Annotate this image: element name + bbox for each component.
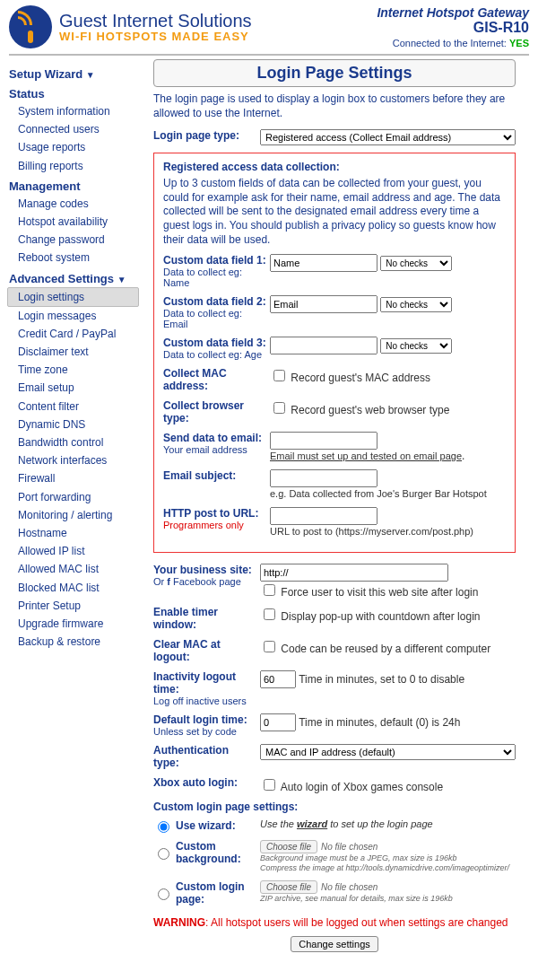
header-divider [9, 54, 529, 56]
logo-area: Guest Internet Solutions WI-FI HOTSPOTS … [9, 5, 252, 48]
send-email-hint[interactable]: Email must set up and tested on email pa… [270, 451, 462, 461]
custom-login-page-label: Custom login page: [176, 880, 256, 906]
custom-field1-input[interactable] [270, 254, 377, 272]
nav-credit-card-paypal[interactable]: Credit Card / PayPal [7, 325, 139, 343]
login-type-select[interactable]: Registered access (Collect Email address… [260, 129, 516, 145]
header: Guest Internet Solutions WI-FI HOTSPOTS … [0, 0, 538, 50]
auth-type-select[interactable]: MAC and IP address (default) [260, 744, 516, 760]
default-login-label: Default login time:Unless set by code [153, 713, 256, 737]
nav-email-setup[interactable]: Email setup [7, 379, 139, 397]
bg-file-state: No file chosen [321, 842, 377, 852]
nav-status-head[interactable]: Status [7, 83, 139, 102]
nav-printer-setup[interactable]: Printer Setup [7, 597, 139, 615]
http-post-label: HTTP post to URL:Programmers only [163, 507, 266, 530]
business-site-input[interactable] [260, 564, 448, 582]
auth-type-label: Authentication type: [153, 744, 256, 769]
nav-dynamic-dns[interactable]: Dynamic DNS [7, 416, 139, 433]
bg-note1: Background image must be a JPEG, max siz… [260, 853, 516, 863]
change-settings-button[interactable]: Change settings [291, 936, 378, 952]
warning-text: WARNING: All hotspot users will be logge… [153, 916, 516, 929]
nav-system-information[interactable]: System information [7, 102, 139, 120]
nav-disclaimer-text[interactable]: Disclaimer text [7, 343, 139, 361]
send-email-input[interactable] [270, 432, 377, 450]
registered-access-panel: Registered access data collection: Up to… [153, 153, 516, 553]
sidebar: Setup Wizard ▼ Status System information… [0, 59, 139, 654]
nav-hostname[interactable]: Hostname [7, 524, 139, 542]
registered-access-desc: Up to 3 custom fields of data can be col… [163, 177, 506, 247]
nav-port-forwarding[interactable]: Port forwarding [7, 488, 139, 506]
collect-mac-label: Collect MAC address: [163, 367, 266, 392]
inactivity-hint: Time in minutes, set to 0 to disable [299, 673, 464, 686]
connection-status-value: YES [509, 38, 529, 48]
nav-advanced-head[interactable]: Advanced Settings ▼ [7, 267, 139, 287]
brand-tagline: WI-FI HOTSPOTS MADE EASY [59, 31, 252, 43]
timer-window-checkbox[interactable] [264, 608, 275, 620]
email-subject-hint: e.g. Data collected from Joe's Burger Ba… [270, 488, 487, 499]
chevron-down-icon: ▼ [86, 70, 95, 80]
registered-access-title: Registered access data collection: [163, 161, 506, 173]
custom-background-label: Custom background: [176, 840, 256, 865]
inactivity-input[interactable] [260, 670, 296, 688]
nav-content-filter[interactable]: Content filter [7, 398, 139, 416]
nav-backup-restore[interactable]: Backup & restore [7, 633, 139, 651]
collect-mac-checkbox[interactable] [273, 370, 285, 381]
page-intro: The login page is used to display a logi… [153, 92, 516, 120]
nav-bandwidth-control[interactable]: Bandwidth control [7, 433, 139, 451]
nav-network-interfaces[interactable]: Network interfaces [7, 451, 139, 469]
timer-window-label: Enable timer window: [153, 606, 256, 631]
nav-monitoring-alerting[interactable]: Monitoring / alerting [7, 506, 139, 524]
custom-field1-check-select[interactable]: No checks [380, 256, 452, 271]
nav-billing-reports[interactable]: Billing reports [7, 157, 139, 175]
nav-login-messages[interactable]: Login messages [7, 307, 139, 325]
nav-hotspot-availability[interactable]: Hotspot availability [7, 213, 139, 231]
custom-field2-check-select[interactable]: No checks [380, 297, 452, 312]
nav-allowed-ip-list[interactable]: Allowed IP list [7, 542, 139, 560]
clear-mac-label: Clear MAC at logout: [153, 638, 256, 663]
nav-blocked-mac-list[interactable]: Blocked MAC list [7, 579, 139, 597]
nav-connected-users[interactable]: Connected users [7, 120, 139, 138]
custom-background-radio[interactable] [158, 848, 169, 860]
nav-usage-reports[interactable]: Usage reports [7, 138, 139, 156]
nav-manage-codes[interactable]: Manage codes [7, 195, 139, 213]
xbox-label: Xbox auto login: [153, 776, 256, 789]
product-model: GIS-R10 [377, 20, 529, 36]
cl-note: ZIP archive, see manual for details, max… [260, 894, 516, 904]
clear-mac-checkbox[interactable] [264, 641, 275, 652]
brand-logo-icon [9, 5, 52, 48]
xbox-checkbox[interactable] [264, 779, 275, 791]
timer-window-hint: Display pop-up with countdown after logi… [281, 610, 480, 623]
bg-note2: Compress the image at http://tools.dynam… [260, 863, 516, 873]
use-wizard-radio[interactable] [158, 821, 169, 833]
nav-setup-wizard[interactable]: Setup Wizard ▼ [7, 63, 139, 83]
collect-browser-label: Collect browser type: [163, 399, 266, 424]
custom-field2-input[interactable] [270, 295, 377, 313]
nav-upgrade-firmware[interactable]: Upgrade firmware [7, 615, 139, 633]
nav-time-zone[interactable]: Time zone [7, 361, 139, 379]
nav-firewall[interactable]: Firewall [7, 469, 139, 487]
nav-change-password[interactable]: Change password [7, 231, 139, 249]
http-post-input[interactable] [270, 507, 377, 525]
custom-field3-check-select[interactable]: No checks [380, 338, 452, 354]
custom-login-section-title: Custom login page settings: [153, 801, 516, 813]
nav-reboot-system[interactable]: Reboot system [7, 249, 139, 267]
force-visit-checkbox[interactable] [264, 584, 275, 596]
chevron-down-icon: ▼ [117, 275, 126, 284]
custom-field3-label: Custom data field 3:Data to collect eg: … [163, 337, 266, 360]
cl-file-state: No file chosen [321, 882, 377, 892]
custom-field1-label: Custom data field 1:Data to collect eg: … [163, 254, 266, 288]
email-subject-input[interactable] [270, 469, 377, 487]
nav-login-settings[interactable]: Login settings [7, 287, 139, 307]
custom-login-page-radio[interactable] [158, 888, 169, 900]
custom-field3-input[interactable] [270, 337, 377, 354]
bg-choose-file-button[interactable]: Choose file [260, 840, 317, 853]
nav-allowed-mac-list[interactable]: Allowed MAC list [7, 560, 139, 578]
collect-browser-checkbox[interactable] [273, 402, 285, 414]
inactivity-label: Inactivity logout time:Log off inactive … [153, 670, 256, 706]
cl-choose-file-button[interactable]: Choose file [260, 880, 317, 894]
clear-mac-hint: Code can be reused by a different comput… [281, 643, 490, 655]
default-login-hint: Time in minutes, default (0) is 24h [299, 716, 460, 729]
custom-field2-label: Custom data field 2:Data to collect eg: … [163, 295, 266, 329]
xbox-hint: Auto login of Xbox games console [281, 781, 443, 793]
nav-management-head[interactable]: Management [7, 175, 139, 195]
default-login-input[interactable] [260, 713, 296, 731]
